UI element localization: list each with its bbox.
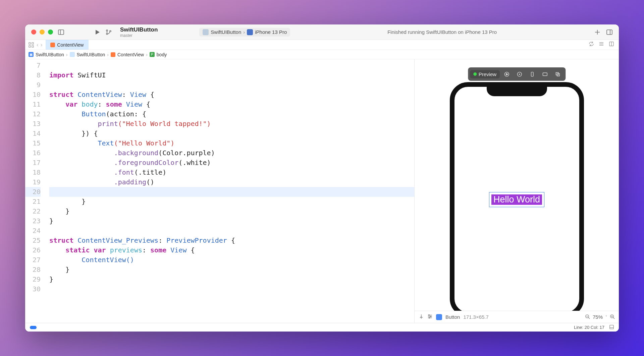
canvas-status-bar: Button 171.3×65.7 75% ˅ — [415, 311, 619, 323]
property-symbol-icon: P — [150, 52, 155, 57]
hello-world-button[interactable]: Hello World — [491, 194, 542, 205]
pin-preview-icon[interactable] — [419, 314, 424, 320]
live-preview-button[interactable]: Preview — [470, 70, 500, 78]
project-title: SwiftUIButton — [120, 26, 158, 33]
svg-marker-20 — [506, 73, 508, 75]
svg-point-32 — [430, 316, 431, 317]
jump-bar[interactable]: ▣ SwiftUIButton › SwiftUIButton › Conten… — [25, 50, 619, 59]
canvas-toolbar: Preview — [468, 67, 566, 81]
tab-filename: ContentView — [57, 42, 84, 48]
svg-point-5 — [110, 31, 111, 32]
chevron-right-icon: › — [243, 29, 245, 35]
svg-point-31 — [429, 315, 430, 316]
toggle-inspector-icon[interactable] — [606, 29, 613, 36]
live-indicator-icon — [473, 72, 477, 76]
zoom-in-icon[interactable] — [610, 314, 615, 320]
device-frame: Hello World — [450, 82, 584, 311]
chevron-right-icon: › — [146, 52, 148, 57]
bc-project[interactable]: SwiftUIButton — [36, 52, 64, 57]
close-window-button[interactable] — [31, 29, 36, 35]
element-type-icon — [436, 314, 442, 320]
minimize-window-button[interactable] — [40, 29, 45, 35]
svg-rect-12 — [29, 46, 31, 47]
related-items-icon[interactable] — [29, 42, 34, 48]
inspect-preview-icon[interactable] — [514, 69, 525, 79]
chevron-right-icon: › — [66, 52, 68, 57]
svg-rect-10 — [29, 43, 31, 44]
preview-pane: Preview Hello World — [414, 59, 619, 323]
zoom-dropdown-icon[interactable]: ˅ — [605, 315, 607, 319]
selected-element-type: Button — [445, 314, 460, 320]
xcode-window: SwiftUIButton master SwiftUIButton › iPh… — [25, 24, 619, 332]
swift-file-icon — [111, 52, 115, 57]
svg-rect-41 — [610, 325, 613, 329]
bottom-bar: Line: 20 Col: 17 — [25, 323, 619, 332]
zoom-level[interactable]: 75% — [593, 314, 603, 320]
cursor-position: Line: 20 Col: 17 — [574, 325, 604, 330]
branch-icon[interactable] — [105, 29, 112, 36]
window-controls — [31, 29, 53, 35]
project-branch: master — [120, 33, 158, 38]
line-gutter: 7 8 9 10 11 12 13 14 15 16 17 18 19 20 2… — [25, 59, 44, 323]
svg-line-35 — [588, 317, 590, 319]
tab-bar: ‹ › ContentView — [25, 40, 619, 50]
svg-point-22 — [519, 74, 520, 74]
add-editor-icon[interactable] — [609, 41, 614, 48]
selected-element-size: 171.3×65.7 — [463, 314, 489, 320]
back-icon[interactable]: ‹ — [37, 42, 39, 48]
source-code[interactable]: import SwiftUI struct ContentView: View … — [44, 59, 414, 323]
svg-line-38 — [613, 317, 614, 319]
variants-icon[interactable] — [539, 69, 551, 79]
zoom-out-icon[interactable] — [585, 314, 590, 320]
refresh-icon[interactable] — [589, 41, 594, 48]
preview-label: Preview — [479, 71, 496, 77]
library-add-icon[interactable] — [594, 29, 601, 36]
debug-indicator-icon[interactable] — [30, 326, 37, 329]
device-icon — [247, 29, 253, 35]
svg-point-3 — [106, 30, 108, 31]
bc-file[interactable]: ContentView — [117, 52, 144, 57]
preview-canvas[interactable]: Hello World — [415, 59, 619, 311]
svg-rect-24 — [543, 73, 547, 76]
bc-folder[interactable]: SwiftUIButton — [77, 52, 105, 57]
svg-rect-8 — [607, 30, 612, 35]
scheme-target: SwiftUIButton — [211, 29, 241, 35]
zoom-window-button[interactable] — [48, 29, 53, 35]
device-settings-icon[interactable] — [527, 69, 538, 79]
svg-point-4 — [106, 33, 108, 35]
selection-outline[interactable]: Hello World — [489, 192, 544, 207]
toggle-navigator-icon[interactable] — [58, 29, 64, 36]
svg-rect-13 — [32, 46, 34, 47]
toolbar: SwiftUIButton master SwiftUIButton › iPh… — [25, 24, 619, 40]
scheme-device: iPhone 13 Pro — [255, 29, 287, 35]
tab-contentview[interactable]: ContentView — [46, 40, 89, 50]
activity-status: Finished running SwiftUIButton on iPhone… — [295, 29, 589, 35]
main-split: 7 8 9 10 11 12 13 14 15 16 17 18 19 20 2… — [25, 59, 619, 323]
folder-icon — [70, 52, 75, 57]
svg-marker-2 — [96, 30, 100, 35]
svg-rect-11 — [32, 43, 34, 44]
chevron-right-icon: › — [107, 52, 109, 57]
svg-rect-0 — [58, 30, 64, 35]
toggle-debug-area-icon[interactable] — [609, 324, 614, 331]
duplicate-preview-icon[interactable] — [552, 69, 564, 79]
svg-rect-23 — [531, 72, 533, 76]
scheme-selector[interactable]: SwiftUIButton › iPhone 13 Pro — [199, 28, 290, 37]
play-preview-icon[interactable] — [501, 69, 513, 79]
bc-symbol[interactable]: body — [157, 52, 167, 57]
preview-settings-icon[interactable] — [427, 314, 433, 320]
run-button-icon[interactable] — [94, 29, 101, 36]
scheme-app-icon — [203, 29, 209, 35]
swift-file-icon — [50, 43, 55, 47]
svg-point-33 — [429, 317, 430, 318]
xcode-project-icon: ▣ — [29, 52, 34, 57]
history-nav: ‹ › — [37, 42, 42, 48]
adjust-editor-icon[interactable] — [599, 41, 604, 48]
zoom-controls: 75% ˅ — [585, 314, 615, 320]
forward-icon[interactable]: › — [41, 42, 43, 48]
source-editor[interactable]: 7 8 9 10 11 12 13 14 15 16 17 18 19 20 2… — [25, 59, 414, 323]
